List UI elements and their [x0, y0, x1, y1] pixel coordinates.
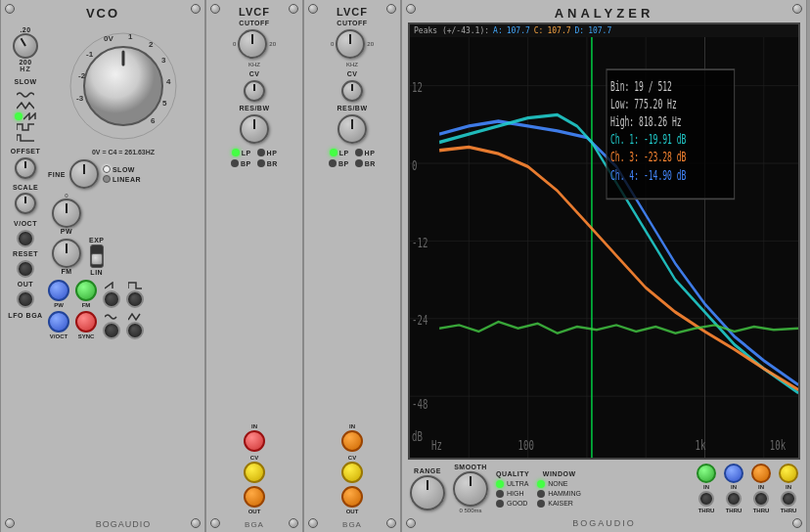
- svg-text:1k: 1k: [695, 436, 705, 453]
- lvcf2-cv-knob[interactable]: [341, 80, 363, 102]
- slow-radio[interactable]: [103, 165, 111, 173]
- lvcf2-br-led[interactable]: [355, 159, 363, 167]
- lvcf2-cv-port-label: CV: [348, 455, 356, 461]
- peaks-label: Peaks (+/-43.1):: [414, 26, 489, 35]
- quality-label: QUALITY: [496, 470, 529, 477]
- lvcf1-cutoff-knob[interactable]: [238, 29, 267, 59]
- lvcf1-out-label: OUT: [248, 509, 261, 514]
- lvcf2-module: LVCF CUTOFF 0 20 KHZ CV RES/BW LP: [303, 0, 401, 532]
- quality-good[interactable]: GOOD: [496, 500, 527, 508]
- smooth-knob[interactable]: [453, 471, 488, 507]
- lvcf1-module: LVCF CUTOFF 0 20 KHZ CV RES/BW LP: [205, 0, 303, 532]
- lvcf2-hp-led[interactable]: [355, 149, 363, 156]
- screw-bl: [5, 518, 15, 528]
- pw-plug[interactable]: [48, 280, 69, 301]
- svg-text:0V: 0V: [104, 34, 113, 43]
- window-none[interactable]: NONE: [537, 480, 567, 488]
- lvcf1-out-plug[interactable]: [244, 486, 265, 508]
- lvcf2-screw-bl: [308, 518, 318, 528]
- fm-knob[interactable]: [52, 239, 81, 268]
- sine-port[interactable]: [103, 322, 120, 339]
- range-knob[interactable]: [410, 475, 445, 510]
- pw-port-label: PW: [54, 302, 64, 308]
- smooth-label: SMOOTH: [454, 464, 487, 470]
- out-port[interactable]: [17, 290, 34, 308]
- saw-port[interactable]: [103, 290, 120, 308]
- lvcf2-resbw-knob[interactable]: [338, 114, 367, 144]
- vco-bogaudio: BOGAUDIO: [96, 517, 152, 530]
- ch1-in-plug[interactable]: [697, 464, 716, 483]
- lvcf1-cv-knob[interactable]: [244, 80, 265, 102]
- lvcf2-cv-plug[interactable]: [341, 462, 363, 483]
- ch2-thru-port[interactable]: [726, 491, 742, 507]
- sine-wave-icon: [17, 91, 34, 99]
- hz-knob[interactable]: [13, 33, 38, 59]
- lvcf1-screw-tl: [210, 4, 220, 14]
- sync-plug[interactable]: [75, 311, 97, 332]
- window-hamming[interactable]: HAMMING: [537, 490, 581, 498]
- ch2-in-plug[interactable]: [724, 464, 743, 483]
- saw-out-icon: [105, 282, 118, 289]
- voct-port[interactable]: [17, 230, 34, 247]
- voct-plug[interactable]: [48, 311, 69, 332]
- fm-plug[interactable]: [75, 280, 97, 301]
- analyzer-screw-tl: [406, 4, 416, 14]
- lvcf1-khz-label: KHZ: [248, 62, 260, 67]
- scale-knob[interactable]: [15, 193, 36, 214]
- lvcf1-hp-label: HP: [267, 150, 278, 156]
- square-out-icon: [128, 282, 142, 289]
- fine-knob[interactable]: [69, 159, 99, 189]
- lvcf1-bp-led[interactable]: [231, 159, 239, 167]
- quality-ultra[interactable]: ULTRA: [496, 480, 528, 488]
- lvcf2-out-plug[interactable]: [341, 486, 363, 508]
- window-kaiser[interactable]: KAISER: [537, 500, 573, 508]
- lvcf2-bp-led[interactable]: [329, 159, 337, 167]
- range-label: RANGE: [414, 467, 441, 474]
- reset-label: RESET: [13, 250, 38, 257]
- slow-radio-label: SLOW: [112, 166, 135, 173]
- lvcf2-in-plug[interactable]: [341, 430, 363, 452]
- ch3-in-plug[interactable]: [751, 464, 771, 483]
- lvcf1-br-led[interactable]: [257, 159, 265, 167]
- analyzer-screw-br: [792, 518, 802, 528]
- analyzer-module: ANALYZER Peaks (+/-43.1): A: 107.7 C: 10…: [401, 0, 807, 532]
- hz-bottom-label: 200: [19, 59, 31, 66]
- ch4-in-plug[interactable]: [779, 464, 798, 483]
- ch4-thru-port[interactable]: [781, 491, 796, 507]
- lvcf1-cv-plug[interactable]: [244, 462, 265, 483]
- bga-label: BGA: [26, 312, 43, 319]
- square-wave-icon: [17, 123, 34, 131]
- screw-tl: [5, 4, 15, 14]
- reset-port[interactable]: [17, 260, 34, 278]
- fm-port-label: FM: [82, 302, 91, 308]
- pw-knob[interactable]: [52, 199, 81, 228]
- lvcf1-resbw-knob[interactable]: [240, 114, 269, 144]
- lvcf2-screw-br: [386, 518, 396, 528]
- exp-lin-toggle[interactable]: [90, 244, 104, 268]
- tri-port[interactable]: [126, 322, 144, 339]
- lvcf1-in-plug[interactable]: [244, 430, 265, 452]
- lvcf1-hp-led[interactable]: [257, 149, 265, 156]
- svg-text:5: 5: [162, 99, 167, 108]
- lvcf2-cutoff-knob[interactable]: [336, 29, 365, 59]
- offset-knob[interactable]: [15, 157, 36, 179]
- ch1-thru-port[interactable]: [698, 491, 714, 507]
- triangle-wave-icon: [17, 102, 34, 110]
- svg-text:Ch. 1: -19.91 dB: Ch. 1: -19.91 dB: [610, 132, 687, 148]
- svg-text:-1: -1: [86, 50, 94, 59]
- ch4-in-label: IN: [786, 484, 791, 490]
- ch3-thru-port[interactable]: [753, 491, 769, 507]
- lvcf2-lp-led[interactable]: [330, 149, 338, 156]
- good-label: GOOD: [507, 500, 527, 507]
- quality-high[interactable]: HIGH: [496, 490, 524, 498]
- lvcf1-lp-led[interactable]: [232, 149, 240, 156]
- square-port[interactable]: [126, 290, 144, 308]
- kaiser-led: [537, 500, 545, 508]
- linear-radio[interactable]: [103, 175, 111, 183]
- lvcf1-screw-bl: [210, 518, 220, 528]
- exp-label: EXP: [89, 237, 105, 244]
- analyzer-bogaudio: BOGAUDIO: [408, 517, 800, 530]
- lfo-label: LFO: [8, 312, 23, 319]
- svg-text:-3: -3: [76, 94, 84, 103]
- none-label: NONE: [548, 480, 567, 487]
